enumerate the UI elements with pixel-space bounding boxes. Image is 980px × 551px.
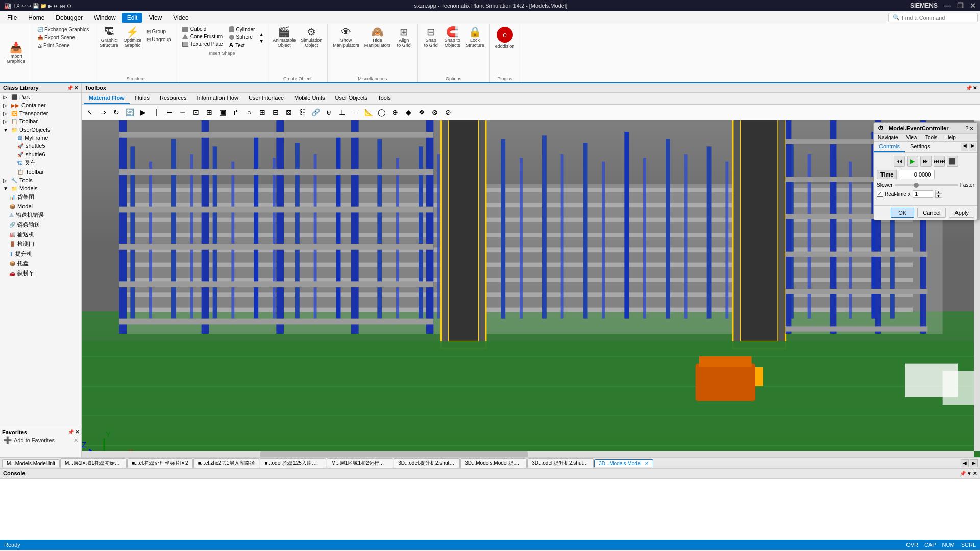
- menu-window[interactable]: Window: [89, 13, 121, 23]
- show-manipulators-btn[interactable]: 👁 ShowManipulators: [331, 26, 361, 75]
- open-icon[interactable]: 📁: [40, 3, 46, 9]
- speed-slider[interactable]: [895, 184, 958, 186]
- realtime-checkbox[interactable]: [877, 191, 883, 197]
- simulation-object-btn[interactable]: ⚙ SimulationObject: [299, 26, 324, 75]
- sidebar-item-agv[interactable]: 🚗 纵横车: [0, 268, 81, 278]
- btab-10[interactable]: 3D...Models.Model ✕: [594, 459, 653, 467]
- viewport[interactable]: X Y Z 一些提示文字 ⏱ _Model.EventController ? …: [82, 120, 980, 457]
- sidebar-item-shuttle5[interactable]: 🚀 shuttle5: [0, 142, 81, 150]
- edddision-btn[interactable]: e edddision: [493, 26, 517, 75]
- viewport-scrollbar-horizontal[interactable]: [82, 451, 974, 457]
- panel-collapse-right-btn[interactable]: ▶: [969, 143, 976, 151]
- sidebar-close-btn[interactable]: ✕: [74, 85, 78, 91]
- tool-dash[interactable]: —: [349, 106, 361, 118]
- play-icon[interactable]: ▶: [48, 3, 52, 9]
- btab-1[interactable]: M...Models.Model.Init: [2, 459, 60, 467]
- ok-button[interactable]: OK: [891, 208, 914, 218]
- tool-grid2[interactable]: ⊟: [270, 106, 282, 118]
- tab-material-flow[interactable]: Material Flow: [84, 93, 130, 104]
- cone-frustum-btn[interactable]: Cone Frustum: [180, 33, 225, 40]
- btab-6[interactable]: M...层1区域1和2运行程序: [327, 458, 393, 468]
- search-bar[interactable]: 🔍: [888, 13, 978, 22]
- btab-3[interactable]: ■...el.托盘处理坐标片区2: [127, 458, 193, 468]
- cuboid-btn[interactable]: Cuboid: [180, 26, 225, 32]
- btab-next-btn[interactable]: ▶: [970, 459, 978, 467]
- print-scene-btn[interactable]: 🖨 Print Scene: [35, 42, 91, 49]
- fav-close-btn[interactable]: ✕: [75, 429, 79, 435]
- sidebar-item-pallet[interactable]: 📦 托盘: [0, 259, 81, 268]
- undo-icon[interactable]: ↩: [21, 3, 26, 9]
- sidebar-item-conveyor-chain[interactable]: 🔗 链条输送: [0, 220, 81, 230]
- tool-select[interactable]: ↖: [84, 106, 96, 118]
- optimize-graphic-btn[interactable]: ⚡ OptimizeGraphic: [121, 26, 144, 49]
- close-btn[interactable]: ✕: [970, 2, 976, 10]
- realtime-input[interactable]: [913, 190, 933, 198]
- tab-resources[interactable]: Resources: [155, 93, 192, 104]
- sphere-btn[interactable]: Sphere: [227, 34, 257, 40]
- textured-plate-btn[interactable]: Textured Plate: [180, 41, 225, 47]
- remove-fav-icon[interactable]: ✕: [74, 437, 78, 444]
- tool-frame2[interactable]: ⊞: [203, 106, 215, 118]
- import-graphics-btn[interactable]: 📥 ImportGraphics: [3, 41, 29, 65]
- sidebar-pin-btn[interactable]: 📌: [67, 85, 73, 91]
- tool-split[interactable]: ⊥: [336, 106, 348, 118]
- tool-custom3[interactable]: ⊘: [442, 106, 454, 118]
- sidebar-item-toolbar[interactable]: ▷ 📋 Toolbar: [0, 117, 81, 126]
- sidebar-item-cargo-plan[interactable]: 📊 货架图: [0, 192, 81, 202]
- tab-mobile-units[interactable]: Mobile Units: [289, 93, 330, 104]
- tab-information-flow[interactable]: Information Flow: [192, 93, 243, 104]
- play-btn[interactable]: ▶: [907, 156, 918, 167]
- tool-custom1[interactable]: ❖: [415, 106, 428, 118]
- menu-file[interactable]: File: [2, 13, 22, 23]
- sidebar-item-gate[interactable]: 🚪 检测门: [0, 239, 81, 249]
- menu-edit[interactable]: Edit: [122, 13, 143, 23]
- tool-arrow[interactable]: ↱: [230, 106, 242, 118]
- btab-9[interactable]: 3D...odel.提升机2.shuttle11: [527, 458, 594, 468]
- exchange-graphics-btn[interactable]: 🔄 Exchange Graphics: [35, 26, 91, 33]
- export-scene-btn[interactable]: 📤 Export Scene: [35, 34, 91, 41]
- fast-forward-btn[interactable]: ⏭: [920, 156, 932, 167]
- tool-frame[interactable]: ⊡: [190, 106, 202, 118]
- tool-link[interactable]: 🔗: [309, 106, 322, 118]
- sidebar-item-myframe[interactable]: 🖼 MyFrame: [0, 134, 81, 142]
- menu-debugger[interactable]: Debugger: [51, 13, 88, 23]
- sidebar-item-container[interactable]: ▷ ▶▶ Container: [0, 101, 81, 109]
- forward-to-end-btn[interactable]: ⏭⏭: [934, 156, 945, 167]
- sidebar-item-toolbar2[interactable]: 📋 Toolbar: [0, 168, 81, 176]
- text-shape-btn[interactable]: A Text: [227, 41, 257, 49]
- btab-prev-btn[interactable]: ◀: [961, 459, 969, 467]
- sidebar-item-models[interactable]: ▼ 📁 Models: [0, 184, 81, 192]
- maximize-btn[interactable]: ❐: [957, 2, 964, 10]
- panel-help-btn[interactable]: ?: [965, 126, 968, 131]
- panel-tab-settings[interactable]: Settings: [905, 142, 936, 152]
- sidebar-item-conveyor-debug[interactable]: ⚠ 输送机错误: [0, 210, 81, 220]
- btab-2[interactable]: M...层1区域1托盘初始化位置: [60, 458, 127, 468]
- tool-cycle[interactable]: ○: [243, 106, 255, 118]
- tool-rotate[interactable]: ↻: [110, 106, 122, 118]
- cylinder-btn[interactable]: Cylinder: [227, 26, 257, 33]
- console-collapse-btn[interactable]: ▼: [967, 471, 972, 477]
- toolbox-close-btn[interactable]: ✕: [973, 85, 977, 91]
- menu-home[interactable]: Home: [23, 13, 50, 23]
- cancel-button[interactable]: Cancel: [917, 208, 946, 218]
- save-icon[interactable]: 💾: [33, 3, 39, 9]
- sidebar-item-tools[interactable]: ▷ 🔧 Tools: [0, 176, 81, 184]
- tool-frame3[interactable]: ▣: [216, 106, 229, 118]
- realtime-down-btn[interactable]: ▼: [935, 194, 942, 198]
- settings-icon[interactable]: ⚙: [67, 3, 71, 9]
- tool-simulate[interactable]: 🔄: [124, 106, 136, 118]
- sidebar-item-transporter[interactable]: ▷ 🔀 Transporter: [0, 109, 81, 117]
- snap-to-grid-btn[interactable]: ⊟ Snapto Grid: [421, 26, 441, 75]
- tab-user-interface[interactable]: User Interface: [243, 93, 289, 104]
- rewind-to-start-btn[interactable]: ⏮: [894, 156, 905, 167]
- tool-custom2[interactable]: ⊗: [429, 106, 441, 118]
- group-btn[interactable]: ⊞ Group: [144, 28, 173, 35]
- stop-btn[interactable]: ⬛: [947, 156, 958, 167]
- panel-nav-tools[interactable]: Tools: [921, 134, 941, 141]
- realtime-up-btn[interactable]: ▲: [935, 190, 942, 194]
- realtime-checkbox-label[interactable]: Real-time x: [877, 191, 911, 197]
- sidebar-item-lift[interactable]: ⬆ 提升机: [0, 249, 81, 259]
- tab-tools[interactable]: Tools: [373, 93, 396, 104]
- fav-pin-btn[interactable]: 📌: [68, 429, 74, 435]
- sidebar-item-shuttle6[interactable]: 🚀 shuttle6: [0, 150, 81, 158]
